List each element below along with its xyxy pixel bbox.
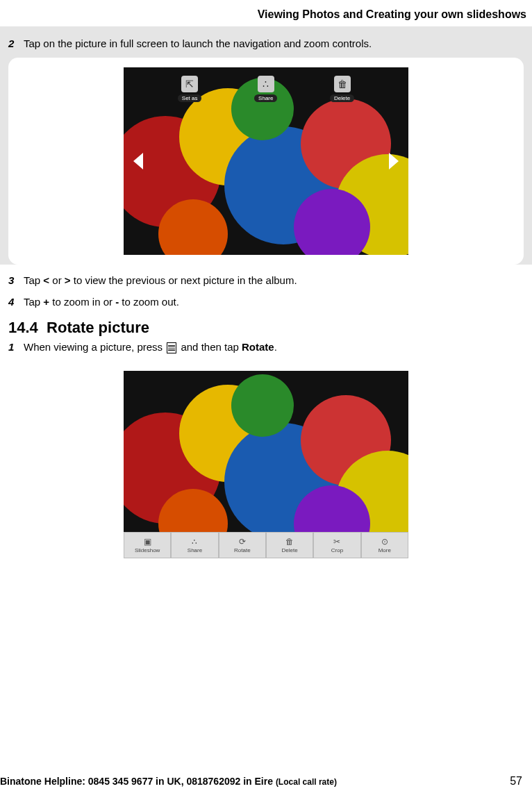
section-number: 14.4 bbox=[8, 319, 38, 336]
delete-control[interactable]: 🗑 Delete bbox=[330, 76, 354, 102]
balloons-image bbox=[124, 371, 408, 558]
more-icon: ⊙ bbox=[381, 537, 388, 547]
bottom-toolbar: ▣ Slideshow ∴ Share ⟳ Rotate 🗑 Delete bbox=[124, 532, 408, 558]
prev-arrow-icon[interactable] bbox=[133, 153, 143, 169]
step-rotate-1: 1 When viewing a picture, press and then… bbox=[8, 340, 532, 354]
section-title: Rotate picture bbox=[47, 319, 149, 336]
delete-label: Delete bbox=[330, 94, 354, 102]
share-icon: ∴ bbox=[192, 537, 197, 547]
phone-screen-1: ⇱ Set as ∴ Share 🗑 Delete bbox=[124, 67, 408, 255]
svg-point-15 bbox=[231, 374, 294, 437]
crop-button[interactable]: ✂ Crop bbox=[313, 532, 360, 558]
crop-label: Crop bbox=[331, 547, 343, 553]
step-number: 4 bbox=[8, 294, 24, 309]
step-number: 1 bbox=[8, 340, 24, 354]
set-as-label: Set as bbox=[178, 94, 202, 102]
slideshow-label: Slideshow bbox=[135, 547, 160, 553]
step-3: 3 Tap < or > to view the previous or nex… bbox=[8, 273, 532, 288]
footer-helpline: Binatone Helpline: 0845 345 9677 in UK, … bbox=[0, 776, 337, 787]
slideshow-button[interactable]: ▣ Slideshow bbox=[124, 532, 171, 558]
share-label: Share bbox=[188, 547, 202, 553]
step-text: Tap < or > to view the previous or next … bbox=[24, 273, 532, 288]
next-arrow-icon[interactable] bbox=[389, 153, 399, 169]
share-button[interactable]: ∴ Share bbox=[171, 532, 218, 558]
screenshot-frame-2: ▣ Slideshow ∴ Share ⟳ Rotate 🗑 Delete bbox=[8, 361, 524, 568]
step-2: 2 Tap on the picture in full screen to l… bbox=[8, 36, 524, 51]
step-text: When viewing a picture, press and then t… bbox=[24, 340, 532, 354]
top-controls: ⇱ Set as ∴ Share 🗑 Delete bbox=[124, 76, 408, 102]
step-number: 3 bbox=[8, 273, 24, 288]
step-4: 4 Tap + to zoom in or - to zoom out. bbox=[8, 294, 532, 309]
rotate-icon: ⟳ bbox=[239, 537, 246, 547]
slideshow-icon: ▣ bbox=[144, 537, 151, 547]
screenshot-frame-1: ⇱ Set as ∴ Share 🗑 Delete bbox=[8, 58, 524, 265]
trash-icon: 🗑 bbox=[285, 537, 294, 547]
delete-button[interactable]: 🗑 Delete bbox=[266, 532, 313, 558]
section-heading: 14.4 Rotate picture bbox=[8, 319, 532, 337]
delete-label: Delete bbox=[282, 547, 298, 553]
menu-icon bbox=[167, 342, 176, 353]
set-as-icon: ⇱ bbox=[181, 76, 198, 92]
rotate-label: Rotate bbox=[234, 547, 251, 553]
page-number: 57 bbox=[510, 775, 522, 788]
more-label: More bbox=[379, 547, 391, 553]
page-header: Viewing Photos and Creating your own sli… bbox=[0, 0, 532, 26]
share-label: Share bbox=[254, 94, 277, 102]
trash-icon: 🗑 bbox=[334, 76, 351, 92]
more-button[interactable]: ⊙ More bbox=[361, 532, 408, 558]
step-text: Tap on the picture in full screen to lau… bbox=[24, 36, 524, 51]
share-control[interactable]: ∴ Share bbox=[254, 76, 277, 102]
page-footer: Binatone Helpline: 0845 345 9677 in UK, … bbox=[0, 775, 522, 788]
set-as-control[interactable]: ⇱ Set as bbox=[178, 76, 202, 102]
rotate-button[interactable]: ⟳ Rotate bbox=[219, 532, 266, 558]
step-2-section: 2 Tap on the picture in full screen to l… bbox=[0, 26, 532, 265]
phone-screen-2: ▣ Slideshow ∴ Share ⟳ Rotate 🗑 Delete bbox=[124, 371, 408, 558]
step-text: Tap + to zoom in or - to zoom out. bbox=[24, 294, 532, 309]
step-number: 2 bbox=[8, 36, 24, 51]
share-icon: ∴ bbox=[258, 76, 274, 92]
crop-icon: ✂ bbox=[333, 537, 340, 547]
